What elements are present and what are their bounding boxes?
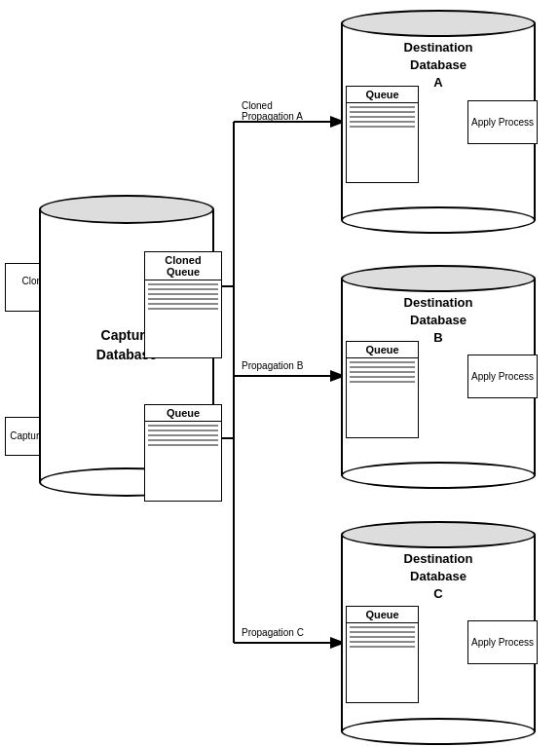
cloned-queue-lines [145,280,221,357]
apply-process-c-box: Apply Process [467,620,538,664]
queue-lines-capture [145,422,221,501]
apply-process-b-box: Apply Process [467,355,538,398]
propagation-c-label: Propagation C [242,627,339,638]
cloned-propagation-a-label: ClonedPropagation A [242,100,339,122]
cloned-queue-box: Cloned Queue [144,251,222,358]
queue-label-dest-c: Queue [347,607,418,623]
apply-process-a-box: Apply Process [467,100,538,144]
apply-process-b-label: Apply Process [471,371,534,383]
dest-db-c-label: Destination Database C [404,550,473,604]
queue-lines-dest-c [347,623,418,702]
queue-label-capture: Queue [145,405,221,422]
dest-db-a-label: Destination Database A [404,39,473,93]
queue-lines-dest-b [347,358,418,437]
queue-lines-dest-a [347,103,418,182]
queue-box-dest-b: Queue [346,341,419,438]
queue-box-dest-c: Queue [346,606,419,703]
diagram: Capture Database Destination Database A … [0,0,560,747]
apply-process-a-label: Apply Process [471,117,534,129]
cloned-queue-label: Cloned Queue [145,252,221,280]
queue-label-dest-b: Queue [347,342,418,358]
queue-label-dest-a: Queue [347,87,418,103]
propagation-b-label: Propagation B [242,360,339,371]
queue-box-dest-a: Queue [346,86,419,183]
apply-process-c-label: Apply Process [471,637,534,649]
dest-db-b-label: Destination Database B [404,294,473,348]
queue-box-capture: Queue [144,404,222,502]
